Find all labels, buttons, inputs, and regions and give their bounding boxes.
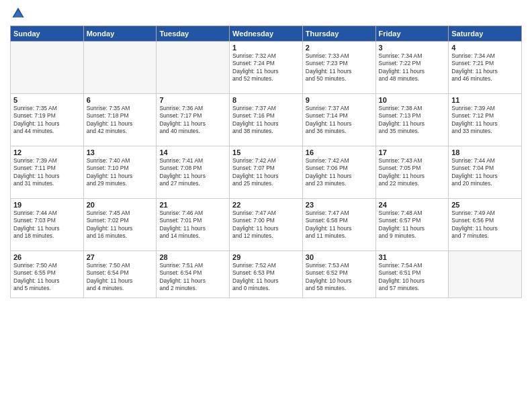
calendar-cell: 7Sunrise: 7:36 AM Sunset: 7:17 PM Daylig… [157, 94, 230, 146]
day-number: 31 [379, 253, 446, 261]
col-header-sunday: Sunday [11, 26, 84, 42]
day-number: 18 [451, 148, 519, 156]
calendar-week-row: 1Sunrise: 7:32 AM Sunset: 7:24 PM Daylig… [11, 42, 522, 94]
day-info: Sunrise: 7:39 AM Sunset: 7:12 PM Dayligh… [451, 105, 519, 136]
calendar-cell [157, 42, 230, 94]
calendar-cell: 24Sunrise: 7:48 AM Sunset: 6:57 PM Dayli… [375, 199, 449, 251]
calendar-cell: 4Sunrise: 7:34 AM Sunset: 7:21 PM Daylig… [449, 42, 522, 94]
day-info: Sunrise: 7:48 AM Sunset: 6:57 PM Dayligh… [379, 210, 446, 240]
day-number: 4 [451, 44, 519, 52]
calendar-cell: 2Sunrise: 7:33 AM Sunset: 7:23 PM Daylig… [302, 42, 375, 94]
calendar-cell: 16Sunrise: 7:42 AM Sunset: 7:06 PM Dayli… [302, 146, 375, 199]
day-number: 5 [13, 96, 81, 104]
calendar-cell: 28Sunrise: 7:51 AM Sunset: 6:54 PM Dayli… [157, 251, 230, 298]
calendar-cell: 21Sunrise: 7:46 AM Sunset: 7:01 PM Dayli… [157, 199, 230, 251]
day-info: Sunrise: 7:42 AM Sunset: 7:06 PM Dayligh… [306, 157, 373, 188]
calendar-cell: 8Sunrise: 7:37 AM Sunset: 7:16 PM Daylig… [230, 94, 303, 146]
day-info: Sunrise: 7:46 AM Sunset: 7:01 PM Dayligh… [159, 210, 226, 240]
day-number: 8 [232, 96, 300, 104]
day-info: Sunrise: 7:42 AM Sunset: 7:07 PM Dayligh… [232, 157, 300, 188]
calendar-cell [449, 251, 522, 298]
day-number: 13 [87, 148, 154, 156]
day-info: Sunrise: 7:43 AM Sunset: 7:05 PM Dayligh… [379, 157, 446, 188]
day-info: Sunrise: 7:44 AM Sunset: 7:03 PM Dayligh… [13, 210, 81, 240]
day-number: 19 [13, 201, 81, 209]
calendar-cell: 15Sunrise: 7:42 AM Sunset: 7:07 PM Dayli… [230, 146, 303, 199]
day-info: Sunrise: 7:35 AM Sunset: 7:18 PM Dayligh… [87, 105, 154, 136]
day-number: 23 [306, 201, 373, 209]
day-info: Sunrise: 7:47 AM Sunset: 7:00 PM Dayligh… [232, 210, 300, 240]
col-header-tuesday: Tuesday [157, 26, 230, 42]
day-info: Sunrise: 7:51 AM Sunset: 6:54 PM Dayligh… [159, 262, 226, 293]
day-number: 25 [451, 201, 519, 209]
day-number: 15 [232, 148, 300, 156]
day-number: 6 [87, 96, 154, 104]
day-info: Sunrise: 7:54 AM Sunset: 6:51 PM Dayligh… [379, 262, 446, 293]
col-header-friday: Friday [375, 26, 449, 42]
day-number: 2 [306, 44, 373, 52]
page-header [10, 7, 522, 20]
calendar-cell: 3Sunrise: 7:34 AM Sunset: 7:22 PM Daylig… [375, 42, 449, 94]
day-number: 22 [232, 201, 300, 209]
day-number: 26 [13, 253, 81, 261]
day-number: 20 [87, 201, 154, 209]
calendar-week-row: 19Sunrise: 7:44 AM Sunset: 7:03 PM Dayli… [11, 199, 522, 251]
calendar-week-row: 26Sunrise: 7:50 AM Sunset: 6:55 PM Dayli… [11, 251, 522, 298]
calendar-table: SundayMondayTuesdayWednesdayThursdayFrid… [10, 26, 522, 298]
calendar-cell: 19Sunrise: 7:44 AM Sunset: 7:03 PM Dayli… [11, 199, 84, 251]
calendar-cell: 27Sunrise: 7:50 AM Sunset: 6:54 PM Dayli… [83, 251, 157, 298]
calendar-week-row: 12Sunrise: 7:39 AM Sunset: 7:11 PM Dayli… [11, 146, 522, 199]
day-info: Sunrise: 7:40 AM Sunset: 7:10 PM Dayligh… [87, 157, 154, 188]
day-number: 30 [306, 253, 373, 261]
calendar-cell [11, 42, 84, 94]
calendar-cell: 30Sunrise: 7:53 AM Sunset: 6:52 PM Dayli… [302, 251, 375, 298]
day-info: Sunrise: 7:38 AM Sunset: 7:13 PM Dayligh… [379, 105, 446, 136]
day-number: 14 [159, 148, 226, 156]
day-number: 12 [13, 148, 81, 156]
calendar-cell: 10Sunrise: 7:38 AM Sunset: 7:13 PM Dayli… [375, 94, 449, 146]
calendar-cell: 18Sunrise: 7:44 AM Sunset: 7:04 PM Dayli… [449, 146, 522, 199]
day-number: 21 [159, 201, 226, 209]
day-info: Sunrise: 7:39 AM Sunset: 7:11 PM Dayligh… [13, 157, 81, 188]
calendar-cell: 6Sunrise: 7:35 AM Sunset: 7:18 PM Daylig… [83, 94, 157, 146]
col-header-wednesday: Wednesday [230, 26, 303, 42]
day-info: Sunrise: 7:37 AM Sunset: 7:16 PM Dayligh… [232, 105, 300, 136]
day-number: 9 [306, 96, 373, 104]
day-info: Sunrise: 7:35 AM Sunset: 7:19 PM Dayligh… [13, 105, 81, 136]
calendar-cell: 14Sunrise: 7:41 AM Sunset: 7:08 PM Dayli… [157, 146, 230, 199]
calendar-cell: 9Sunrise: 7:37 AM Sunset: 7:14 PM Daylig… [302, 94, 375, 146]
day-info: Sunrise: 7:50 AM Sunset: 6:54 PM Dayligh… [87, 262, 154, 293]
page-container: SundayMondayTuesdayWednesdayThursdayFrid… [0, 0, 532, 411]
calendar-cell: 31Sunrise: 7:54 AM Sunset: 6:51 PM Dayli… [375, 251, 449, 298]
calendar-cell: 1Sunrise: 7:32 AM Sunset: 7:24 PM Daylig… [230, 42, 303, 94]
calendar-cell: 26Sunrise: 7:50 AM Sunset: 6:55 PM Dayli… [11, 251, 84, 298]
day-info: Sunrise: 7:52 AM Sunset: 6:53 PM Dayligh… [232, 262, 300, 293]
calendar-cell: 20Sunrise: 7:45 AM Sunset: 7:02 PM Dayli… [83, 199, 157, 251]
day-number: 1 [232, 44, 300, 52]
day-number: 7 [159, 96, 226, 104]
col-header-thursday: Thursday [302, 26, 375, 42]
calendar-cell: 29Sunrise: 7:52 AM Sunset: 6:53 PM Dayli… [230, 251, 303, 298]
calendar-cell: 25Sunrise: 7:49 AM Sunset: 6:56 PM Dayli… [449, 199, 522, 251]
day-number: 11 [451, 96, 519, 104]
calendar-header-row: SundayMondayTuesdayWednesdayThursdayFrid… [11, 26, 522, 42]
calendar-week-row: 5Sunrise: 7:35 AM Sunset: 7:19 PM Daylig… [11, 94, 522, 146]
day-number: 10 [379, 96, 446, 104]
day-info: Sunrise: 7:45 AM Sunset: 7:02 PM Dayligh… [87, 210, 154, 240]
day-number: 28 [159, 253, 226, 261]
col-header-monday: Monday [83, 26, 157, 42]
day-info: Sunrise: 7:37 AM Sunset: 7:14 PM Dayligh… [306, 105, 373, 136]
calendar-cell: 13Sunrise: 7:40 AM Sunset: 7:10 PM Dayli… [83, 146, 157, 199]
day-number: 17 [379, 148, 446, 156]
day-number: 29 [232, 253, 300, 261]
day-number: 3 [379, 44, 446, 52]
calendar-cell: 12Sunrise: 7:39 AM Sunset: 7:11 PM Dayli… [11, 146, 84, 199]
day-info: Sunrise: 7:34 AM Sunset: 7:22 PM Dayligh… [379, 52, 446, 83]
day-info: Sunrise: 7:36 AM Sunset: 7:17 PM Dayligh… [159, 105, 226, 136]
calendar-cell: 17Sunrise: 7:43 AM Sunset: 7:05 PM Dayli… [375, 146, 449, 199]
day-number: 24 [379, 201, 446, 209]
day-info: Sunrise: 7:53 AM Sunset: 6:52 PM Dayligh… [306, 262, 373, 293]
calendar-cell [83, 42, 157, 94]
col-header-saturday: Saturday [449, 26, 522, 42]
day-info: Sunrise: 7:41 AM Sunset: 7:08 PM Dayligh… [159, 157, 226, 188]
